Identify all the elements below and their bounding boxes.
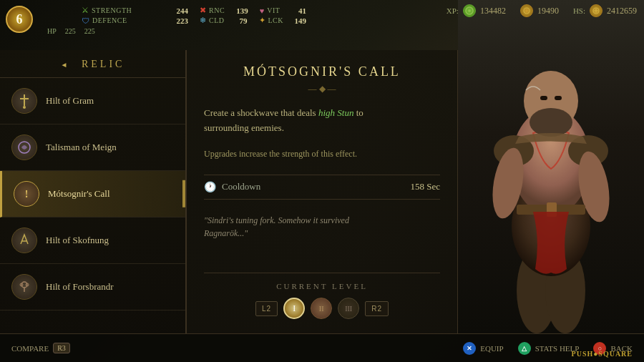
level-3-button[interactable]: III <box>338 298 359 319</box>
r2-button[interactable]: R2 <box>365 301 389 316</box>
hacksilver-icon <box>520 4 533 17</box>
hacksilver-value: 19490 <box>537 6 559 16</box>
lck-value: 149 <box>286 16 306 25</box>
hilt-forsbrandr-icon <box>11 274 37 300</box>
stats-help-action[interactable]: △ STATS HELP <box>518 342 580 355</box>
stun-highlight: high Stun <box>318 107 353 118</box>
hilt-skofnung-icon <box>11 228 37 253</box>
svg-point-22 <box>21 282 27 288</box>
description-text-1: Create a shockwave that deals <box>204 107 318 118</box>
hs-label: HS: <box>573 6 585 15</box>
xp-icon <box>463 4 476 17</box>
hs-icon <box>590 4 602 17</box>
hs-value: 2412659 <box>607 6 637 16</box>
cld-label: CLD <box>209 16 225 24</box>
xp-label: XP: <box>447 6 459 15</box>
hp-label: HP <box>47 27 57 35</box>
current-level-label: CURRENT LEVEL <box>204 282 440 290</box>
bottom-bar: COMPARE R3 ✕ EQUIP △ STATS HELP ○ BACK P… <box>0 333 644 362</box>
title-divider: — ◆ — <box>204 84 440 94</box>
vit-icon: ♥ <box>260 6 265 15</box>
svg-point-19 <box>23 106 26 109</box>
xp-value: 134482 <box>480 6 506 16</box>
main-content: MÓTSOGNIR'S CALL — ◆ — Create a shockwav… <box>186 50 458 333</box>
rnc-icon: ✖ <box>200 6 206 15</box>
equip-action[interactable]: ✕ EQUIP <box>463 342 503 355</box>
talisman-meign-name: Talisman of Meign <box>46 142 117 153</box>
equip-label: EQUIP <box>480 344 503 353</box>
hilt-skofnung-name: Hilt of Skofnung <box>46 235 109 246</box>
current-level-section: CURRENT LEVEL L2 I II III R2 <box>204 273 440 319</box>
upgrade-note: Upgrades increase the strength of this e… <box>204 147 440 160</box>
divider-decoration: — ◆ — <box>308 84 336 94</box>
cooldown-value: 158 Sec <box>410 181 440 192</box>
hp2-value: 225 <box>84 27 95 35</box>
relic-item-hilt-forsbrandr[interactable]: Hilt of Forsbrandr <box>0 264 185 310</box>
player-level: 6 <box>6 6 33 33</box>
xp-area: XP: 134482 19490 HS: 2412659 <box>447 4 637 17</box>
cooldown-label: Cooldown <box>222 181 404 192</box>
triangle-button: △ <box>518 342 531 355</box>
cld-value: 79 <box>228 16 248 25</box>
relic-title: RELIC <box>82 59 125 69</box>
hp-value: 225 <box>65 27 76 35</box>
flavor-text: "Sindri's tuning fork. Somehow it surviv… <box>204 214 440 240</box>
motsognir-icon: ! <box>14 181 39 207</box>
svg-point-15 <box>524 8 530 14</box>
active-indicator <box>182 180 185 207</box>
hilt-forsbrandr-name: Hilt of Forsbrandr <box>46 281 114 293</box>
character-silhouette <box>472 19 630 333</box>
pushsquare-logo: PUSH●SQUARE <box>572 350 633 358</box>
relic-item-hilt-skofnung[interactable]: Hilt of Skofnung <box>0 217 185 264</box>
lck-label: LCK <box>268 16 284 24</box>
cooldown-icon: 🕐 <box>204 181 216 193</box>
hilt-gram-icon <box>11 88 37 114</box>
top-hud: 6 ⚔ STRENGTH 244 ✖ RNC 139 ♥ VIT 41 🛡 DE… <box>0 0 644 50</box>
relic-item-talisman-meign[interactable]: Talisman of Meign <box>0 124 185 171</box>
strength-icon: ⚔ <box>82 6 89 15</box>
rnc-value: 139 <box>228 6 248 15</box>
svg-point-9 <box>530 108 572 137</box>
ability-title: MÓTSOGNIR'S CALL <box>204 64 440 79</box>
talisman-meign-icon <box>11 134 37 160</box>
cld-icon: ❄ <box>200 16 206 25</box>
strength-value: 244 <box>168 6 188 15</box>
lck-icon: ✦ <box>259 16 265 25</box>
defence-value: 223 <box>168 16 188 25</box>
relic-sidebar: RELIC Hilt of Gram Talisman of Meign ! M… <box>0 50 186 333</box>
svg-text:!: ! <box>25 189 29 200</box>
cooldown-row: 🕐 Cooldown 158 Sec <box>204 175 440 200</box>
x-button: ✕ <box>463 342 476 355</box>
compare-label: COMPARE <box>11 344 49 353</box>
ability-description: Create a shockwave that deals high Stun … <box>204 106 440 136</box>
relic-header: RELIC <box>0 50 185 78</box>
relic-item-motsognir[interactable]: ! Mótsognir's Call <box>0 171 185 217</box>
level-1-button[interactable]: I <box>283 298 305 319</box>
level-buttons: L2 I II III R2 <box>204 298 440 319</box>
svg-rect-11 <box>555 96 562 100</box>
strength-label: STRENGTH <box>92 6 165 14</box>
vit-value: 41 <box>286 6 306 15</box>
hilt-gram-name: Hilt of Gram <box>46 95 94 107</box>
relic-item-hilt-gram[interactable]: Hilt of Gram <box>0 78 185 124</box>
rnc-label: RNC <box>209 6 225 14</box>
relic-list: Hilt of Gram Talisman of Meign ! Mótsogn… <box>0 78 185 310</box>
level-2-button[interactable]: II <box>311 298 332 319</box>
motsognir-name: Mótsognir's Call <box>48 188 110 200</box>
svg-rect-10 <box>540 96 547 100</box>
l2-button[interactable]: L2 <box>255 301 278 316</box>
defence-icon: 🛡 <box>82 16 89 25</box>
r3-badge: R3 <box>53 343 70 353</box>
defence-label: DEFENCE <box>92 16 165 24</box>
compare-button[interactable]: COMPARE R3 <box>11 343 70 353</box>
vit-label: VIT <box>267 6 283 14</box>
